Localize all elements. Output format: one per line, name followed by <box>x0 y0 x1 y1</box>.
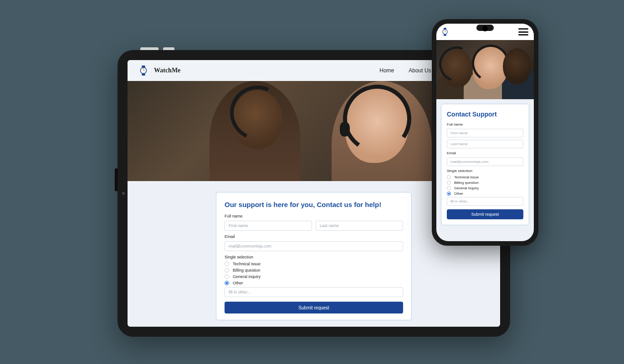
phone-last-name-placeholder: Last name <box>450 142 467 146</box>
phone-radio-general[interactable]: General inquiry <box>447 186 523 190</box>
phone-other-placeholder: fill in other... <box>450 199 470 203</box>
radio-other[interactable]: Other <box>225 281 403 285</box>
full-name-label: Full name <box>225 214 403 218</box>
nav-about[interactable]: About Us <box>409 67 431 74</box>
tablet-side-button <box>115 168 118 191</box>
phone-radio-billing[interactable]: Billing question <box>447 181 523 185</box>
radio-icon[interactable] <box>447 192 451 196</box>
phone-camera-icon <box>482 26 488 31</box>
tablet-camera-dot <box>122 192 125 195</box>
radio-icon[interactable] <box>225 268 229 273</box>
tablet-top-button-2 <box>163 47 174 50</box>
radio-label: General inquiry <box>233 274 261 279</box>
watch-logo-icon <box>139 66 148 76</box>
tablet-top-button-1 <box>140 47 159 50</box>
watch-logo-icon[interactable] <box>442 28 448 36</box>
radio-label: Billing question <box>233 268 261 273</box>
brand[interactable]: WatchMe <box>139 66 180 76</box>
phone-email-input[interactable]: mail@commoninja.com <box>447 157 523 166</box>
phone-form-title: Contact Support <box>447 111 523 118</box>
radio-icon[interactable] <box>225 262 229 266</box>
email-input[interactable]: mail@commoninja.com <box>225 241 403 251</box>
phone-radio-other[interactable]: Other <box>447 192 523 196</box>
submit-button[interactable]: Submit request <box>225 302 403 313</box>
radio-technical[interactable]: Technical issue <box>225 262 403 266</box>
submit-label: Submit request <box>298 305 329 310</box>
first-name-placeholder: First name <box>229 223 248 228</box>
radio-icon[interactable] <box>447 175 451 179</box>
radio-label: General inquiry <box>454 186 479 190</box>
phone-full-name-label: Full name <box>447 122 523 126</box>
radio-billing[interactable]: Billing question <box>225 268 403 273</box>
email-placeholder: mail@commoninja.com <box>229 244 271 248</box>
radio-label: Billing question <box>454 181 479 185</box>
radio-label: Technical issue <box>233 262 261 266</box>
last-name-input[interactable]: Last name <box>316 221 403 231</box>
phone-device-frame: Contact Support Full name First name Las… <box>432 19 538 246</box>
radio-label: Technical issue <box>454 175 479 179</box>
radio-label: Other <box>233 281 243 285</box>
radio-icon[interactable] <box>447 181 451 185</box>
phone-hero-image <box>436 40 534 99</box>
brand-name: WatchMe <box>154 67 180 74</box>
contact-form-card: Our support is here for you, Contact us … <box>216 192 412 320</box>
phone-screen: Contact Support Full name First name Las… <box>436 24 534 241</box>
other-placeholder: fill in other... <box>229 290 251 294</box>
first-name-input[interactable]: First name <box>225 221 312 231</box>
phone-notch <box>476 25 494 31</box>
radio-icon[interactable] <box>225 281 229 285</box>
last-name-placeholder: Last name <box>320 223 339 228</box>
phone-email-label: Email <box>447 151 523 155</box>
form-title: Our support is here for you, Contact us … <box>225 201 403 208</box>
phone-submit-button[interactable]: Submit request <box>447 209 523 219</box>
radio-icon[interactable] <box>447 186 451 190</box>
hamburger-menu-icon[interactable] <box>518 28 528 35</box>
phone-first-name-input[interactable]: First name <box>447 129 523 137</box>
nav-home[interactable]: Home <box>379 67 394 74</box>
email-label: Email <box>225 234 403 239</box>
phone-submit-label: Submit request <box>471 212 499 217</box>
phone-last-name-input[interactable]: Last name <box>447 140 523 148</box>
radio-icon[interactable] <box>225 274 229 279</box>
phone-radio-technical[interactable]: Technical issue <box>447 175 523 179</box>
phone-contact-form-card: Contact Support Full name First name Las… <box>441 104 529 225</box>
phone-single-selection-label: Single selection <box>447 169 523 173</box>
radio-label: Other <box>454 192 463 196</box>
phone-first-name-placeholder: First name <box>450 131 468 135</box>
phone-other-text-input[interactable]: fill in other... <box>447 197 523 206</box>
single-selection-label: Single selection <box>225 255 403 259</box>
radio-general[interactable]: General inquiry <box>225 274 403 279</box>
phone-email-placeholder: mail@commoninja.com <box>450 160 488 164</box>
other-text-input[interactable]: fill in other... <box>225 287 403 297</box>
phone-topbar <box>436 24 534 40</box>
